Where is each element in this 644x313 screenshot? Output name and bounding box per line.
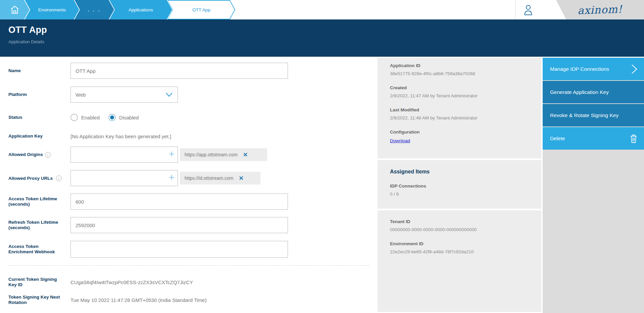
axinom-logo: axinom!	[556, 0, 644, 19]
platform-selected-value: Web	[76, 92, 86, 98]
remove-origin-icon[interactable]: ✕	[243, 151, 248, 158]
manage-idp-connections-label: Manage IDP Connections	[550, 66, 609, 72]
assigned-items-title: Assigned Items	[390, 169, 535, 175]
user-icon	[523, 4, 534, 16]
allowed-origins-row: Allowed Origins i + https://app.ottstrea…	[8, 147, 374, 163]
info-icon[interactable]: i	[56, 175, 62, 181]
platform-row: Platform Web	[8, 87, 374, 103]
revoke-rotate-signing-key-button[interactable]: Revoke & Rotate Signing Key	[543, 104, 644, 126]
generate-application-key-button[interactable]: Generate Application Key	[543, 81, 644, 103]
allowed-proxy-chip-text: https://id.ottstream.com	[185, 175, 234, 181]
trash-icon	[629, 134, 638, 144]
add-origin-button[interactable]: +	[168, 149, 175, 159]
page-header: OTT App Application Details	[0, 19, 644, 57]
download-link[interactable]: Download	[390, 138, 410, 143]
created-value: 2/9/2022, 11:47 AM by Tenant Administrat…	[390, 93, 535, 98]
actions-panel: Manage IDP Connections Generate Applicat…	[543, 58, 644, 313]
name-row: Name	[8, 63, 374, 79]
breadcrumb-home[interactable]	[0, 0, 30, 19]
platform-select[interactable]: Web	[70, 87, 178, 103]
metadata-section: Application ID 38e51775-928e-4f0c-a8b8-7…	[378, 58, 541, 158]
rotation-value: Tue May 10 2022 11:47:28 GMT+0530 (India…	[70, 293, 207, 307]
access-token-lifetime-input[interactable]	[70, 194, 288, 210]
rotation-label: Token Signing Key Next Rotation	[8, 293, 62, 307]
breadcrumb-collapsed[interactable]: . . .	[75, 0, 114, 19]
page-subtitle: Application Details	[8, 39, 644, 44]
assigned-items-section: Assigned Items IDP Connections 0 / 6	[378, 160, 541, 209]
application-id-value: 38e51775-928e-4f0c-a8b8-759a38a70268	[390, 71, 535, 76]
add-proxy-url-button[interactable]: +	[168, 172, 175, 182]
status-enabled-label: Enabled	[81, 115, 100, 120]
user-menu-button[interactable]	[518, 0, 538, 19]
enrichment-webhook-input[interactable]	[70, 241, 288, 258]
name-input[interactable]	[70, 63, 288, 79]
rotation-row: Token Signing Key Next Rotation Tue May …	[8, 293, 374, 307]
platform-label: Platform	[8, 87, 62, 103]
form-divider	[8, 265, 369, 266]
environment-id-value: 22e2ec29-be65-42f8-a48d-78f7c92da210	[390, 249, 535, 254]
allowed-proxy-label: Allowed Proxy URLs i	[8, 170, 62, 186]
application-key-value: [No Application Key has been generated y…	[70, 133, 171, 140]
breadcrumb-label: Applications	[129, 7, 153, 12]
allowed-proxy-chip: https://id.ottstream.com ✕	[180, 172, 260, 185]
allowed-origins-input[interactable]	[70, 147, 178, 163]
environment-id-label: Environment ID	[390, 241, 535, 246]
application-details-form: Name Platform Web Status Enabled Disable…	[0, 57, 378, 313]
home-icon	[10, 5, 20, 15]
status-row: Status Enabled Disabled	[8, 113, 374, 122]
signing-key-row: Current Token Signing Key ID CUgaS6qf4Iw…	[8, 275, 374, 290]
signing-key-value: CUgaS6qf4Iw4tTwzpPc0ESS-zzZX3sVCXTcZQ7Ji…	[70, 275, 193, 290]
status-radio-enabled[interactable]	[70, 114, 78, 121]
allowed-origin-chip: https://app.ottstream.com ✕	[180, 148, 267, 161]
breadcrumb-environments[interactable]: Environments	[25, 0, 79, 19]
topbar-divider	[515, 0, 515, 19]
breadcrumb-current-label: OTT App	[192, 7, 210, 12]
manage-idp-connections-button[interactable]: Manage IDP Connections	[543, 58, 644, 80]
signing-key-label: Current Token Signing Key ID	[8, 275, 62, 290]
chevron-down-icon	[165, 92, 173, 97]
idp-connections-count: 0 / 6	[390, 192, 535, 197]
access-token-label: Access Token Lifetime (seconds)	[8, 194, 62, 210]
breadcrumb-current: OTT App	[167, 0, 235, 19]
delete-button[interactable]: Delete	[543, 127, 644, 150]
breadcrumb-ellipsis: . . .	[88, 7, 101, 12]
revoke-rotate-signing-key-label: Revoke & Rotate Signing Key	[550, 112, 618, 118]
allowed-proxy-row: Allowed Proxy URLs i + https://id.ottstr…	[8, 170, 374, 186]
refresh-token-label: Refresh Token Lifetime (seconds)	[8, 217, 62, 233]
breadcrumb-label: Environments	[38, 7, 66, 12]
refresh-token-row: Refresh Token Lifetime (seconds)	[8, 217, 374, 233]
allowed-origins-label-text: Allowed Origins	[8, 152, 43, 157]
application-key-label: Application Key	[8, 133, 62, 140]
application-id-label: Application ID	[390, 63, 535, 68]
created-label: Created	[390, 85, 535, 90]
application-key-row: Application Key [No Application Key has …	[8, 133, 374, 140]
ids-section: Tenant ID 00000000-0000-0000-0000-000000…	[378, 210, 541, 312]
delete-label: Delete	[550, 136, 565, 142]
refresh-token-lifetime-input[interactable]	[70, 217, 288, 233]
status-label: Status	[8, 113, 62, 122]
name-label: Name	[8, 63, 62, 79]
tenant-id-value: 00000000-0000-0000-0000-000000000000	[390, 227, 535, 232]
breadcrumb-applications[interactable]: Applications	[109, 0, 172, 19]
tenant-id-label: Tenant ID	[390, 219, 535, 224]
webhook-row: Access Token Enrichment Webhook	[8, 241, 374, 258]
allowed-origins-label: Allowed Origins i	[8, 147, 62, 163]
allowed-proxy-label-text: Allowed Proxy URLs	[8, 176, 53, 181]
webhook-label: Access Token Enrichment Webhook	[8, 241, 62, 258]
page-title: OTT App	[8, 25, 644, 35]
generate-application-key-label: Generate Application Key	[550, 89, 609, 95]
access-token-row: Access Token Lifetime (seconds)	[8, 194, 374, 210]
top-bar: Environments . . . Applications OTT App …	[0, 0, 644, 19]
idp-connections-label: IDP Connections	[390, 184, 535, 189]
last-modified-label: Last Modified	[390, 107, 535, 112]
remove-proxy-url-icon[interactable]: ✕	[239, 175, 244, 182]
status-disabled-label: Disabled	[119, 115, 139, 120]
configuration-label: Configuration	[390, 129, 535, 135]
axinom-logo-text: axinom!	[578, 3, 623, 17]
allowed-origin-chip-text: https://app.ottstream.com	[185, 152, 238, 157]
allowed-proxy-input[interactable]	[70, 170, 178, 186]
chevron-right-icon	[631, 64, 638, 74]
last-modified-value: 2/9/2022, 11:48 AM by Tenant Administrat…	[390, 115, 535, 120]
info-icon[interactable]: i	[45, 152, 51, 158]
status-radio-disabled[interactable]	[108, 114, 116, 121]
